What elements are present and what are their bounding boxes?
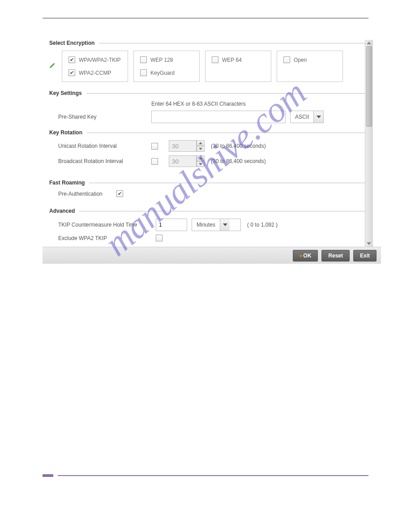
chevrons-icon: » (300, 253, 302, 259)
psk-hint: Enter 64 HEX or 8-63 ASCII Characters (151, 101, 368, 107)
dropdown-arrow-icon[interactable] (220, 219, 230, 231)
psk-format-select[interactable]: ASCII (290, 111, 324, 123)
option-label: WPA/WPA2-TKIP (79, 57, 121, 63)
row-exclude-wpa2-tkip: Exclude WPA2 TKIP (49, 235, 368, 241)
option-label: WPA2-CCMP (79, 70, 111, 76)
section-advanced: Advanced (49, 208, 368, 214)
broadcast-checkbox[interactable] (151, 158, 158, 165)
section-title: Select Encryption (49, 40, 94, 46)
option-label: KeyGuard (150, 70, 175, 76)
reset-button[interactable]: Reset (321, 250, 350, 262)
tkip-hold-hint: ( 0 to 1,092 ) (247, 222, 278, 228)
button-label: Exit (360, 253, 370, 259)
enc-group-wep64: WEP 64 (205, 51, 271, 82)
option-open[interactable]: Open (283, 56, 336, 63)
footer-line (58, 475, 368, 476)
section-divider (99, 43, 368, 43)
dropdown-arrow-icon[interactable] (313, 111, 323, 123)
unicast-hint: (30 to 86,400 seconds) (211, 143, 266, 149)
option-label: WEP 64 (222, 57, 242, 63)
section-select-encryption: Select Encryption (49, 40, 368, 46)
spinner-down-icon[interactable] (197, 161, 205, 167)
checkbox-icon[interactable] (283, 56, 290, 63)
spinner-down-icon[interactable] (197, 146, 205, 152)
section-divider (87, 133, 368, 133)
section-key-settings: Key Settings (49, 90, 368, 96)
option-label: Open (294, 57, 307, 63)
option-keyguard[interactable]: KeyGuard (140, 69, 193, 76)
scroll-down-icon[interactable] (367, 242, 371, 245)
checkbox-icon[interactable] (140, 69, 147, 76)
option-wpa-tkip[interactable]: WPA/WPA2-TKIP (68, 56, 121, 63)
broadcast-value[interactable] (169, 155, 197, 167)
section-key-rotation: Key Rotation (49, 129, 368, 136)
section-divider (86, 93, 368, 94)
row-unicast-rotation: Unicast Rotation Interval (30 to 86,400 … (49, 140, 368, 152)
tkip-hold-label: TKIP Countermeasure Hold Time (58, 222, 156, 228)
section-fast-roaming: Fast Roaming (49, 180, 368, 186)
page-footer (43, 474, 368, 478)
scroll-thumb[interactable] (366, 46, 372, 127)
spinner-up-icon[interactable] (197, 140, 205, 146)
enc-group-wep128: WEP 128 KeyGuard (133, 51, 200, 82)
preauth-label: Pre-Authentication (58, 191, 116, 197)
section-title: Fast Roaming (49, 180, 85, 186)
ok-button[interactable]: » OK (293, 250, 318, 262)
checkbox-icon[interactable] (140, 56, 147, 63)
checkbox-icon[interactable] (68, 56, 75, 63)
broadcast-hint: (30 to 86,400 seconds) (211, 158, 266, 164)
exit-button[interactable]: Exit (353, 250, 377, 262)
footer-accent (43, 474, 53, 477)
option-wpa2-ccmp[interactable]: WPA2-CCMP (68, 69, 121, 76)
spinner-up-icon[interactable] (197, 155, 205, 161)
preauth-checkbox[interactable] (116, 190, 123, 197)
option-wep64[interactable]: WEP 64 (212, 56, 265, 63)
row-preauth: Pre-Authentication (49, 190, 368, 197)
section-title: Key Rotation (49, 129, 82, 136)
enc-group-wpa: WPA/WPA2-TKIP WPA2-CCMP (62, 51, 128, 82)
edit-icon[interactable] (49, 62, 56, 69)
option-wep128[interactable]: WEP 128 (140, 56, 193, 63)
broadcast-label: Broadcast Rotation Interval (58, 158, 151, 164)
config-panel: manualshive.com Select Encryption WPA/WP… (43, 40, 368, 264)
section-divider (79, 211, 368, 211)
tkip-hold-unit-select[interactable]: Minutes (192, 219, 241, 231)
button-label: OK (303, 253, 311, 259)
tkip-hold-input[interactable] (156, 219, 187, 231)
exclude-wpa2-checkbox[interactable] (156, 235, 163, 241)
select-value: Minutes (192, 222, 220, 228)
scrollbar[interactable] (365, 40, 373, 247)
encryption-options: WPA/WPA2-TKIP WPA2-CCMP WEP 128 KeyGuard (49, 51, 368, 82)
psk-label: Pre-Shared Key (58, 114, 151, 120)
row-tkip-hold: TKIP Countermeasure Hold Time Minutes ( … (49, 219, 368, 231)
select-value: ASCII (291, 114, 313, 120)
unicast-value[interactable] (169, 140, 197, 152)
button-label: Reset (328, 253, 343, 259)
checkbox-icon[interactable] (212, 56, 218, 63)
checkbox-icon[interactable] (68, 69, 75, 76)
row-preshared-key: Pre-Shared Key ASCII (49, 111, 368, 123)
row-broadcast-rotation: Broadcast Rotation Interval (30 to 86,40… (49, 155, 368, 167)
section-divider (89, 183, 368, 183)
psk-input[interactable] (151, 111, 286, 123)
enc-group-open: Open (277, 51, 343, 82)
unicast-checkbox[interactable] (151, 143, 158, 150)
exclude-wpa2-label: Exclude WPA2 TKIP (58, 235, 156, 241)
option-label: WEP 128 (150, 57, 173, 63)
scroll-up-icon[interactable] (367, 42, 371, 44)
unicast-spinner[interactable] (169, 140, 205, 152)
top-rule (43, 18, 368, 18)
broadcast-spinner[interactable] (169, 155, 205, 167)
unicast-label: Unicast Rotation Interval (58, 143, 151, 149)
button-bar: » OK Reset Exit (43, 247, 381, 264)
section-title: Advanced (49, 208, 75, 214)
section-title: Key Settings (49, 90, 82, 96)
